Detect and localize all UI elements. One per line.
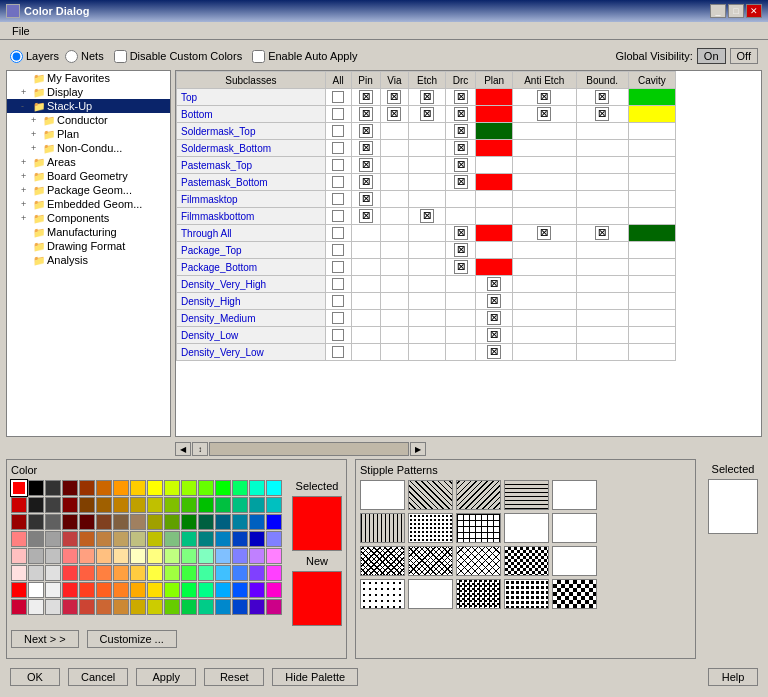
subclass-name-cell[interactable]: Through All — [177, 225, 326, 242]
color-cell[interactable] — [113, 599, 129, 615]
layer-visible-x[interactable]: ☒ — [537, 226, 551, 240]
table-row[interactable]: Filmmaskbottom☒ ☒ — [177, 208, 676, 225]
color-cell[interactable] — [28, 480, 44, 496]
help-button[interactable]: Help — [708, 668, 758, 686]
color-cell[interactable] — [11, 599, 27, 615]
layer-visible-x[interactable]: ☒ — [359, 158, 373, 172]
tree-item-manufacturing[interactable]: 📁 Manufacturing — [7, 225, 170, 239]
table-row[interactable]: Package_Top ☒ — [177, 242, 676, 259]
color-cell[interactable] — [181, 599, 197, 615]
layer-visible-x[interactable]: ☒ — [420, 107, 434, 121]
stipple-dots-sm[interactable] — [408, 513, 453, 543]
color-cell[interactable] — [147, 480, 163, 496]
color-cell[interactable] — [96, 548, 112, 564]
color-cell[interactable] — [45, 548, 61, 564]
color-cell[interactable] — [164, 497, 180, 513]
layer-visible-x[interactable]: ☒ — [359, 90, 373, 104]
color-cell[interactable] — [62, 582, 78, 598]
stipple-diamond[interactable] — [408, 546, 453, 576]
color-cell[interactable] — [11, 565, 27, 581]
color-cell[interactable] — [130, 548, 146, 564]
layer-visible-x[interactable]: ☒ — [454, 141, 468, 155]
color-cell[interactable] — [62, 599, 78, 615]
subclass-name-cell[interactable]: Pastemask_Bottom — [177, 174, 326, 191]
color-cell[interactable] — [45, 497, 61, 513]
layer-checkbox[interactable] — [332, 312, 344, 324]
color-cell[interactable] — [215, 514, 231, 530]
color-cell[interactable] — [164, 582, 180, 598]
enable-auto-apply-checkbox[interactable]: Enable Auto Apply — [252, 50, 357, 63]
color-cell[interactable] — [198, 548, 214, 564]
tree-item-display[interactable]: + 📁 Display — [7, 85, 170, 99]
color-cell[interactable] — [164, 480, 180, 496]
stipple-selected-box[interactable] — [708, 479, 758, 534]
color-cell[interactable] — [232, 565, 248, 581]
color-cell[interactable] — [96, 497, 112, 513]
disable-custom-colors-checkbox[interactable]: Disable Custom Colors — [114, 50, 242, 63]
layer-visible-x[interactable]: ☒ — [359, 124, 373, 138]
layer-visible-x[interactable]: ☒ — [454, 90, 468, 104]
layer-visible-x[interactable]: ☒ — [387, 107, 401, 121]
subclass-name-cell[interactable]: Bottom — [177, 106, 326, 123]
color-cell[interactable] — [249, 599, 265, 615]
color-cell[interactable] — [164, 599, 180, 615]
color-cell[interactable] — [79, 531, 95, 547]
color-cell[interactable] — [130, 582, 146, 598]
subclass-name-cell[interactable]: Density_Low — [177, 327, 326, 344]
color-cell[interactable] — [181, 514, 197, 530]
layer-checkbox[interactable] — [332, 261, 344, 273]
color-cell[interactable] — [198, 582, 214, 598]
scroll-left-btn[interactable]: ◀ — [175, 442, 191, 456]
layer-checkbox[interactable] — [332, 159, 344, 171]
layer-visible-x[interactable]: ☒ — [359, 175, 373, 189]
color-cell[interactable] — [11, 480, 27, 496]
subclass-name-cell[interactable]: Density_Medium — [177, 310, 326, 327]
layer-visible-x[interactable]: ☒ — [454, 243, 468, 257]
color-cell[interactable] — [215, 480, 231, 496]
customize-button[interactable]: Customize ... — [87, 630, 177, 648]
color-cell[interactable] — [45, 565, 61, 581]
layer-visible-x[interactable]: ☒ — [487, 277, 501, 291]
color-cell[interactable] — [232, 582, 248, 598]
stipple-vert2[interactable] — [360, 579, 405, 609]
table-row[interactable]: Through All ☒ ☒☒ — [177, 225, 676, 242]
color-cell[interactable] — [130, 599, 146, 615]
tree-item-drawing-format[interactable]: 📁 Drawing Format — [7, 239, 170, 253]
color-cell[interactable] — [11, 582, 27, 598]
color-cell[interactable] — [79, 599, 95, 615]
color-cell[interactable] — [79, 497, 95, 513]
close-button[interactable]: ✕ — [746, 4, 762, 18]
layer-visible-x[interactable]: ☒ — [359, 107, 373, 121]
color-cell[interactable] — [147, 599, 163, 615]
layer-checkbox[interactable] — [332, 278, 344, 290]
layer-visible-x[interactable]: ☒ — [359, 192, 373, 206]
cancel-button[interactable]: Cancel — [68, 668, 128, 686]
color-cell[interactable] — [181, 531, 197, 547]
subclass-name-cell[interactable]: Filmmasktop — [177, 191, 326, 208]
color-cell[interactable] — [215, 599, 231, 615]
stipple-x[interactable] — [456, 546, 501, 576]
stipple-checker2[interactable] — [552, 579, 597, 609]
color-cell[interactable] — [130, 531, 146, 547]
layer-visible-x[interactable]: ☒ — [595, 90, 609, 104]
layers-radio[interactable]: Layers — [10, 50, 59, 63]
color-cell[interactable] — [113, 514, 129, 530]
color-cell[interactable] — [11, 531, 27, 547]
color-cell[interactable] — [28, 599, 44, 615]
color-cell[interactable] — [147, 531, 163, 547]
color-cell[interactable] — [45, 514, 61, 530]
color-cell[interactable] — [147, 514, 163, 530]
color-cell[interactable] — [266, 480, 282, 496]
color-cell[interactable] — [147, 497, 163, 513]
color-cell[interactable] — [113, 531, 129, 547]
tree-item-stackup[interactable]: - 📁 Stack-Up — [7, 99, 170, 113]
color-cell[interactable] — [249, 548, 265, 564]
visibility-on-button[interactable]: On — [697, 48, 726, 64]
stipple-diamond2[interactable] — [456, 579, 501, 609]
color-cell[interactable] — [232, 531, 248, 547]
color-cell[interactable] — [62, 514, 78, 530]
color-cell[interactable] — [249, 514, 265, 530]
color-cell[interactable] — [164, 548, 180, 564]
stipple-plus[interactable] — [456, 513, 501, 543]
color-cell[interactable] — [28, 548, 44, 564]
